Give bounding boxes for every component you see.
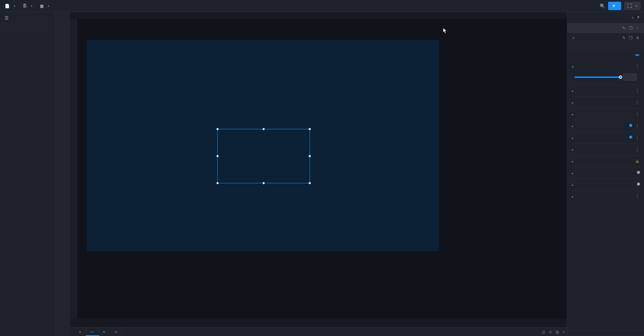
canvas-area: ⊕ ▭ ＋ ⊕ ▥ ⊕ ▦ ≡ xyxy=(70,12,567,336)
section-data-color[interactable]: ⋮ xyxy=(572,85,639,96)
grid-icon: ▦ xyxy=(40,4,44,8)
send-icon: ✈ xyxy=(612,3,616,8)
more-icon[interactable]: ⋮ xyxy=(635,194,639,199)
section-background[interactable] xyxy=(572,179,639,190)
resize-handle-br[interactable] xyxy=(309,182,311,184)
resize-handle-tl[interactable] xyxy=(216,128,219,130)
selection-box[interactable] xyxy=(217,129,310,183)
section-tooltip[interactable]: ⋮ xyxy=(572,132,639,143)
sheet-tabs: ⊕ ▭ ＋ ⊕ ▥ ⊕ ▦ ≡ xyxy=(70,327,567,336)
opacity-input[interactable] xyxy=(623,74,637,81)
prop-tabs xyxy=(567,43,644,49)
more-icon[interactable]: ⋮ xyxy=(635,147,639,152)
state-2[interactable]: ✓ ✎ ❐ ✕ xyxy=(567,33,644,43)
add-icon[interactable]: ⊕ xyxy=(115,330,117,334)
lock-icon[interactable] xyxy=(635,159,639,163)
section-padding[interactable]: ⋮ xyxy=(572,143,639,155)
resize-handle-tr[interactable] xyxy=(309,128,311,130)
zoom-info: ▥ ⊕ ▦ ≡ xyxy=(538,328,565,336)
add-icon[interactable]: ⊕ xyxy=(79,330,82,334)
check-icon: ✓ xyxy=(572,36,575,40)
more-icon[interactable]: ⋮ xyxy=(635,88,639,93)
state-count-row: ＋ ▾ xyxy=(567,12,644,23)
component-palette xyxy=(55,12,70,336)
edit-icon[interactable]: ✎ xyxy=(622,36,626,40)
section-border[interactable] xyxy=(572,167,639,179)
layers-icon: ☰ xyxy=(5,15,9,20)
zoom-in-icon[interactable]: ⊕ xyxy=(549,330,552,334)
funnel-chart xyxy=(218,131,310,177)
component-title-row xyxy=(567,49,644,61)
menu-ops[interactable]: ▦ xyxy=(37,0,53,12)
state-default[interactable]: ✎ ❐ ✕ xyxy=(567,23,644,33)
topbar: 📄 🗄 ▦ 🔍 ✈ ⛶ xyxy=(0,0,644,12)
edit-icon[interactable]: ✎ xyxy=(622,26,626,31)
subboard-icon: ▭ xyxy=(90,329,94,334)
file-icon: 📄 xyxy=(5,4,10,8)
menu-project[interactable]: 📄 xyxy=(1,0,19,12)
publish-button[interactable]: ✈ xyxy=(608,2,621,10)
opacity-slider[interactable] xyxy=(575,77,621,78)
fit-icon[interactable]: ▥ xyxy=(542,330,545,334)
section-graph-shape[interactable]: ⋮ xyxy=(572,108,639,120)
state-menu-icon[interactable]: ▾ xyxy=(637,15,639,20)
delete-icon[interactable]: ✕ xyxy=(636,26,639,31)
vertical-ruler xyxy=(70,19,77,319)
more-icon[interactable]: ⋮ xyxy=(635,100,639,105)
delete-icon[interactable]: ✕ xyxy=(636,36,639,40)
properties-panel: ＋ ▾ ✎ ❐ ✕ ✓ ✎ ❐ ✕ xyxy=(567,12,644,336)
section-graph-text[interactable]: ⋮ xyxy=(572,96,639,108)
list-icon[interactable]: ≡ xyxy=(562,330,565,334)
db-icon: 🗄 xyxy=(23,4,27,8)
resize-handle-bl[interactable] xyxy=(216,182,219,184)
section-encap[interactable]: ⋮ xyxy=(572,190,639,202)
opacity-row xyxy=(572,72,639,85)
canvas-stage[interactable] xyxy=(77,19,567,319)
resize-handle-bm[interactable] xyxy=(263,182,265,184)
more-icon[interactable]: ⋮ xyxy=(635,112,639,116)
layout-icon[interactable]: ▦ xyxy=(555,330,559,334)
copy-icon[interactable]: ❐ xyxy=(629,36,633,40)
preview-button[interactable]: ⛶ xyxy=(624,2,641,10)
layers-panel: ☰ xyxy=(0,12,55,336)
tab-add[interactable]: ＋ xyxy=(99,328,109,336)
search-icon[interactable]: 🔍 xyxy=(600,3,605,9)
tab-background[interactable]: ⊕ xyxy=(109,328,122,336)
resize-handle-tm[interactable] xyxy=(263,128,265,130)
tutorial-button[interactable] xyxy=(635,54,639,56)
add-state-icon[interactable]: ＋ xyxy=(631,15,635,20)
tab-foreground[interactable]: ⊕ xyxy=(73,328,86,336)
copy-icon[interactable]: ❐ xyxy=(629,26,633,31)
footer-stats xyxy=(567,331,644,336)
section-base[interactable]: ⋮ xyxy=(572,61,639,72)
layers-panel-title: ☰ xyxy=(0,12,55,24)
more-icon[interactable]: ⋮ xyxy=(635,64,639,69)
tab-subboard-1[interactable]: ▭ xyxy=(86,328,99,336)
section-size-pos[interactable] xyxy=(572,155,639,167)
expand-icon: ⛶ xyxy=(627,3,632,8)
section-legend[interactable]: ⋮ xyxy=(572,120,639,132)
menu-data[interactable]: 🗄 xyxy=(19,0,36,12)
